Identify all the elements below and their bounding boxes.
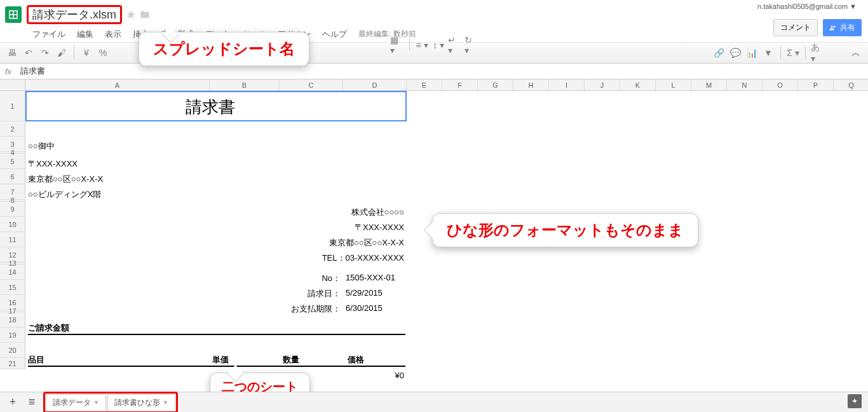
rotate-icon[interactable]: ↻ ▾ — [465, 38, 478, 52]
col-A[interactable]: A — [25, 79, 210, 90]
menu-edit[interactable]: 編集 — [71, 27, 99, 42]
row-9[interactable]: 9 — [0, 202, 25, 217]
col-M[interactable]: M — [691, 79, 727, 90]
cell-amount[interactable]: ご請求金額 — [28, 322, 405, 335]
cell-comp-tel[interactable]: TEL：03-XXXX-XXXX — [25, 252, 404, 264]
col-C[interactable]: C — [280, 79, 343, 90]
percent-icon[interactable]: % — [96, 46, 110, 60]
input-icon[interactable]: あ ▾ — [811, 46, 825, 60]
halign-icon[interactable]: ≡ ▾ — [415, 38, 429, 52]
wrap-icon[interactable]: ↵ ▾ — [448, 38, 462, 52]
borders-icon[interactable]: ▦ ▾ — [390, 38, 404, 52]
cell-no-lbl[interactable]: No： — [25, 273, 341, 284]
comment-button[interactable]: コメント — [773, 19, 818, 36]
link-icon[interactable]: 🔗 — [712, 46, 726, 60]
fx-value[interactable]: 請求書 — [20, 65, 45, 77]
col-N[interactable]: N — [727, 79, 763, 90]
menu-file[interactable]: ファイル — [27, 27, 71, 42]
menu-view[interactable]: 表示 — [99, 27, 127, 42]
col-Q[interactable]: Q — [834, 79, 868, 90]
undo-icon[interactable]: ↶ — [22, 46, 36, 60]
user-email[interactable]: n.takahashi0505@gmail.com ▼ — [757, 3, 857, 10]
sheet-bar: + ≡ 請求データ▼ 請求書ひな形▼ ✦ — [0, 392, 868, 412]
paint-icon[interactable]: 🖌 — [55, 46, 69, 60]
collapse-icon[interactable]: ︽ — [849, 46, 863, 60]
folder-icon[interactable] — [140, 10, 150, 20]
col-F[interactable]: F — [442, 79, 478, 90]
sheets-logo[interactable] — [5, 6, 22, 23]
col-H[interactable]: H — [513, 79, 549, 90]
tab-data[interactable]: 請求データ▼ — [46, 394, 106, 411]
explore-button[interactable]: ✦ — [848, 394, 862, 408]
cell-due-val[interactable]: 6/30/2015 — [346, 303, 383, 313]
col-I[interactable]: I — [549, 79, 585, 90]
col-P[interactable]: P — [798, 79, 834, 90]
add-sheet-button[interactable]: + — [5, 395, 20, 410]
row-1[interactable]: 1 — [0, 91, 25, 121]
cell-title[interactable]: 請求書 — [186, 96, 235, 118]
cell-addr2[interactable]: ○○ビルディングX階 — [28, 189, 101, 200]
row-20[interactable]: 20 — [0, 343, 25, 358]
comment-icon[interactable]: 💬 — [728, 46, 742, 60]
tab-template[interactable]: 請求書ひな形▼ — [107, 394, 175, 411]
col-J[interactable]: J — [585, 79, 620, 90]
chart-icon[interactable]: 📊 — [745, 46, 759, 60]
row-2[interactable]: 2 — [0, 121, 25, 137]
all-sheets-button[interactable]: ≡ — [24, 395, 39, 410]
row-18[interactable]: 18 — [0, 312, 25, 327]
currency-icon[interactable]: ¥ — [79, 46, 93, 60]
share-button[interactable]: 共有 — [823, 19, 862, 36]
star-icon[interactable] — [126, 10, 136, 20]
row-11[interactable]: 11 — [0, 232, 25, 247]
col-G[interactable]: G — [478, 79, 513, 90]
doc-title[interactable]: 請求データ.xlsm — [30, 8, 119, 22]
redo-icon[interactable]: ↷ — [38, 46, 52, 60]
cell-due-lbl[interactable]: お支払期限： — [25, 303, 341, 315]
menu-help[interactable]: ヘルプ — [316, 27, 353, 42]
filter-icon[interactable]: ▼ — [761, 46, 775, 60]
row-21[interactable]: 21 — [0, 358, 25, 369]
valign-icon[interactable]: ↕ ▾ — [431, 38, 445, 52]
row-19[interactable]: 19 — [0, 327, 25, 343]
row-6[interactable]: 6 — [0, 169, 25, 184]
col-K[interactable]: K — [620, 79, 656, 90]
functions-icon[interactable]: Σ ▾ — [786, 46, 800, 60]
col-E[interactable]: E — [407, 79, 442, 90]
cell-postal[interactable]: 〒XXX-XXXX — [28, 158, 78, 170]
cell-client[interactable]: ○○御中 — [28, 141, 55, 152]
cell-no-val[interactable]: 1505-XXX-01 — [346, 273, 395, 282]
row-15[interactable]: 15 — [0, 280, 25, 295]
print-icon[interactable]: 🖶 — [5, 46, 19, 60]
cell-comp-addr[interactable]: 東京都○○区○○X-X-X — [25, 237, 404, 249]
row-5[interactable]: 5 — [0, 154, 25, 169]
cell-date-val[interactable]: 5/29/2015 — [346, 288, 383, 298]
col-O[interactable]: O — [763, 79, 798, 90]
cell-addr1[interactable]: 東京都○○区○○X-X-X — [28, 174, 103, 185]
row-14[interactable]: 14 — [0, 264, 25, 280]
row-10[interactable]: 10 — [0, 217, 25, 232]
cell-th-row[interactable]: 品目 単価 数量 価格 — [28, 354, 405, 367]
col-B[interactable]: B — [210, 79, 280, 90]
cell-company[interactable]: 株式会社○○○○ — [25, 207, 404, 218]
cell-date-lbl[interactable]: 請求日： — [25, 288, 341, 299]
cell-comp-postal[interactable]: 〒XXX-XXXX — [25, 222, 404, 233]
annotation-name: スプレッドシート名 — [139, 32, 309, 66]
col-L[interactable]: L — [656, 79, 691, 90]
col-D[interactable]: D — [343, 79, 407, 90]
fx-label: fx — [5, 67, 20, 76]
annotation-format: ひな形のフォーマットもそのまま — [432, 213, 698, 247]
